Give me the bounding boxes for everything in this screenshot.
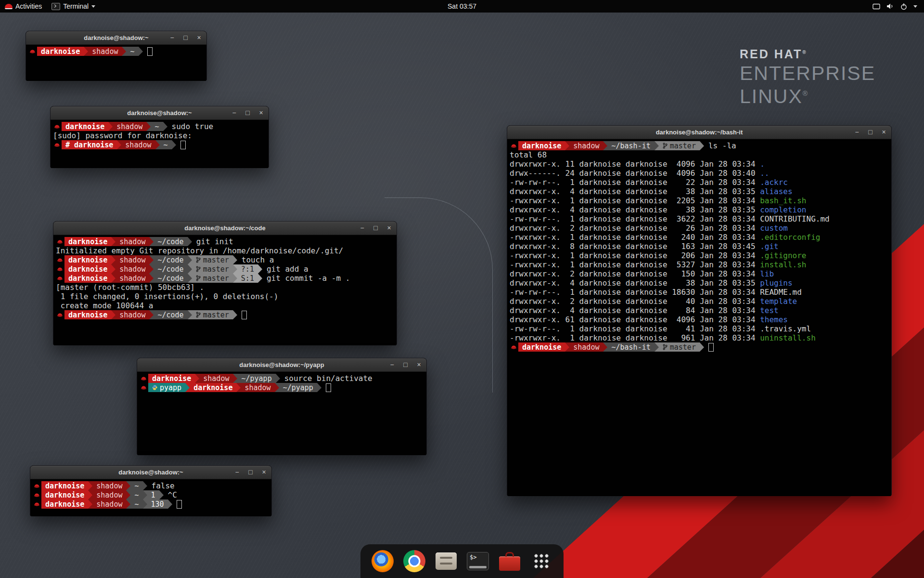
file-name: custom	[760, 223, 788, 233]
separator-arrow	[111, 264, 116, 274]
output-text: drwxrwxr-x. 8 darknoise darknoise 163 Ja…	[510, 242, 760, 251]
close-button[interactable]: ×	[258, 110, 264, 116]
close-button[interactable]: ×	[196, 35, 202, 41]
prompt-line: darknoiseshadow~sudo true	[53, 122, 266, 131]
prompt-segment-user: darknoise	[37, 47, 84, 56]
app-menu-terminal[interactable]: Terminal	[47, 0, 100, 13]
separator-arrow	[159, 490, 164, 499]
file-name: plugins	[760, 278, 792, 288]
terminal-content[interactable]: darknoiseshadow~	[26, 45, 206, 81]
dock-item-app-grid[interactable]	[530, 550, 553, 573]
terminal-content[interactable]: darknoiseshadow~sudo true[sudo] password…	[51, 120, 269, 168]
maximize-button[interactable]: □	[244, 110, 251, 116]
close-button[interactable]: ×	[386, 225, 392, 231]
prompt-segment-host: shadow	[113, 122, 146, 131]
output-text: drwxrwxr-x. 2 darknoise darknoise 26 Jan…	[510, 223, 760, 233]
prompt-segment-path: ~/code	[154, 237, 187, 246]
dock-item-terminal[interactable]: $>	[466, 550, 489, 573]
dock-item-files[interactable]	[435, 550, 458, 573]
titlebar[interactable]: darknoise@shadow:~ − □ ×	[51, 106, 269, 120]
prompt-segment-user: darknoise	[64, 237, 111, 246]
close-button[interactable]: ×	[881, 129, 887, 135]
minimize-button[interactable]: −	[234, 469, 240, 475]
output-text: -rwxrwxr-x. 1 darknoise darknoise 206 Ja…	[510, 251, 760, 260]
close-button[interactable]: ×	[261, 469, 267, 475]
terminal-cursor	[177, 500, 182, 509]
command-text: false	[152, 481, 175, 490]
maximize-button[interactable]: □	[182, 35, 189, 41]
segment-separator	[603, 141, 607, 150]
prompt-segment-path: ~	[151, 122, 163, 131]
separator-arrow	[111, 237, 116, 246]
segment-separator	[700, 141, 704, 150]
file-name: test	[760, 306, 779, 315]
separator-arrow	[565, 342, 569, 352]
separator-arrow	[163, 122, 167, 131]
terminal-content[interactable]: darknoiseshadow~/pyappsource bin/activat…	[137, 372, 426, 455]
output-text: 1 file changed, 0 insertions(+), 0 delet…	[56, 292, 278, 301]
dock: $>	[360, 544, 564, 578]
prompt-line: darknoiseshadow~/codemastertouch a	[56, 255, 394, 264]
segment-separator	[700, 342, 704, 352]
titlebar[interactable]: darknoise@shadow:~ − □ ×	[30, 466, 271, 479]
redhat-prompt-icon	[34, 502, 40, 507]
titlebar[interactable]: darknoise@shadow:~/bash-it − □ ×	[507, 126, 891, 139]
separator-arrow	[149, 255, 154, 264]
top-bar: Activities Terminal Sat 03:57	[0, 0, 924, 13]
close-button[interactable]: ×	[416, 362, 422, 368]
prompt-segment-exit: 130	[147, 499, 168, 509]
prompt-segment-user: darknoise	[518, 342, 565, 352]
prompt-segment-path: ~/code	[154, 255, 187, 264]
prompt-segment-user: darknoise	[64, 264, 111, 274]
redhat-prompt-icon	[54, 143, 60, 147]
segment-separator	[188, 255, 192, 264]
prompt-segment-host: shadow	[116, 264, 149, 274]
python-icon	[152, 385, 157, 390]
maximize-button[interactable]: □	[867, 129, 873, 135]
titlebar[interactable]: darknoise@shadow:~/pyapp − □ ×	[137, 358, 426, 372]
output-line: drwxrwxr-x. 61 darknoise darknoise 4096 …	[510, 315, 889, 324]
titlebar[interactable]: darknoise@shadow:~/code − □ ×	[53, 222, 397, 235]
separator-arrow	[155, 140, 160, 149]
prompt-line: darknoiseshadow~/codemaster?:1git add a	[56, 264, 394, 274]
terminal-content[interactable]: darknoiseshadow~/codegit initInitialized…	[53, 235, 397, 345]
activities-button[interactable]: Activities	[0, 0, 47, 13]
minimize-button[interactable]: −	[231, 110, 237, 116]
minimize-button[interactable]: −	[389, 362, 395, 368]
segment-separator	[122, 47, 126, 56]
titlebar[interactable]: darknoise@shadow:~ − □ ×	[26, 31, 206, 45]
maximize-button[interactable]: □	[372, 225, 379, 231]
clock[interactable]: Sat 03:57	[443, 0, 481, 13]
terminal-content[interactable]: darknoiseshadow~/bash-itmasterls -latota…	[507, 139, 891, 496]
segment-separator	[565, 342, 569, 352]
segment-separator	[111, 237, 116, 246]
separator-arrow	[126, 490, 130, 499]
prompt-segment-branch: master	[659, 141, 700, 150]
dock-item-firefox[interactable]	[371, 550, 394, 573]
separator-arrow	[88, 490, 92, 499]
maximize-button[interactable]: □	[402, 362, 409, 368]
prompt-segment-status: S:1	[237, 274, 258, 283]
segment-separator	[126, 499, 130, 509]
dock-item-chrome[interactable]	[403, 550, 426, 573]
output-line: drwxrwxr-x. 8 darknoise darknoise 163 Ja…	[510, 242, 889, 251]
window-title: darknoise@shadow:~/code	[184, 224, 265, 232]
separator-arrow	[188, 274, 192, 283]
segment-separator	[188, 310, 192, 319]
minimize-button[interactable]: −	[169, 35, 175, 41]
prompt-segment-user: darknoise	[190, 383, 236, 392]
prompt-line: darknoiseshadow~/codemasterS:1git commit…	[56, 274, 394, 283]
minimize-button[interactable]: −	[854, 129, 860, 135]
minimize-button[interactable]: −	[359, 225, 365, 231]
segment-separator	[146, 122, 151, 131]
segment-separator	[149, 237, 154, 246]
prompt-segment-path: ~/pyapp	[237, 374, 275, 383]
dock-item-toolbox[interactable]	[498, 550, 521, 573]
segment-separator	[111, 264, 116, 274]
maximize-button[interactable]: □	[247, 469, 254, 475]
window-title: darknoise@shadow:~/pyapp	[239, 361, 324, 368]
output-text: -rw-rw-r--. 1 darknoise darknoise 3622 J…	[510, 214, 760, 223]
separator-arrow	[233, 274, 237, 283]
terminal-content[interactable]: darknoiseshadow~falsedarknoiseshadow~1^C…	[30, 479, 271, 516]
system-status-area[interactable]	[866, 0, 924, 13]
